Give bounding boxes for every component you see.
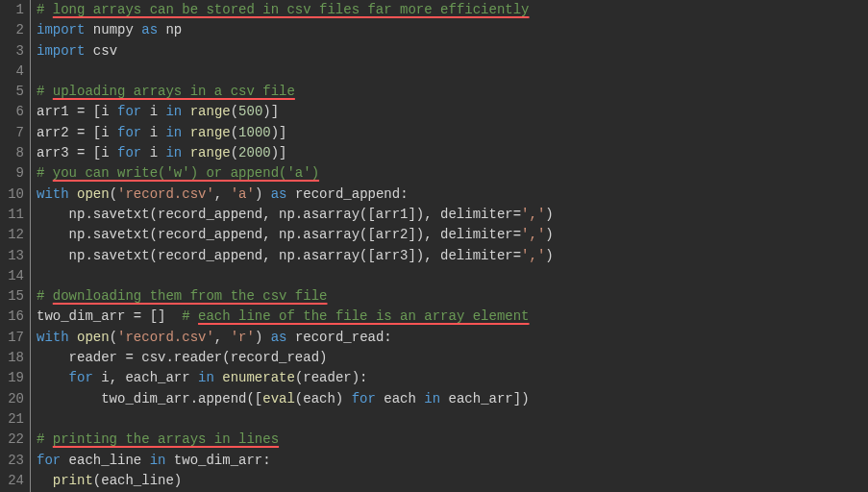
code-token: i	[141, 125, 165, 140]
code-token	[37, 370, 69, 385]
code-line[interactable]	[37, 409, 868, 430]
code-token: [i	[85, 104, 117, 119]
code-token: enumerate	[222, 370, 295, 385]
code-token: []	[141, 308, 182, 324]
code-editor-area[interactable]: # long arrays can be stored in csv files…	[31, 0, 868, 492]
code-token: (each_line)	[93, 473, 182, 488]
code-token: for	[69, 370, 93, 385]
code-token: in	[165, 145, 182, 160]
code-line[interactable]: arr3 = [i for i in range(2000)]	[37, 143, 868, 163]
code-line[interactable]: # downloading them from the csv file	[37, 286, 868, 307]
code-line[interactable]: with open('record.csv', 'r') as record_r…	[37, 328, 868, 348]
code-token: (	[231, 104, 238, 119]
code-token: uploading arrays in a csv file	[53, 84, 295, 99]
code-line[interactable]: with open('record.csv', 'a') as record_a…	[37, 184, 868, 205]
code-token: ','	[521, 207, 545, 222]
code-line[interactable]: two_dim_arr = [] # each line of the file…	[37, 307, 868, 327]
code-line[interactable]: for i, each_arr in enumerate(reader):	[37, 368, 868, 388]
line-number: 3	[0, 41, 24, 62]
code-token: in	[150, 453, 166, 468]
code-token: two_dim_arr:	[165, 453, 270, 468]
code-token: )	[255, 186, 271, 202]
code-line[interactable]: np.savetxt(record_append, np.asarray([ar…	[37, 225, 868, 245]
code-token: in	[165, 125, 182, 140]
code-line[interactable]: # printing the arrays in lines	[37, 430, 868, 450]
code-line[interactable]: import numpy as np	[37, 20, 868, 40]
code-token: record_append:	[287, 186, 409, 202]
code-line[interactable]: print(each_line)	[37, 471, 868, 491]
code-token: as	[271, 330, 287, 345]
code-line[interactable]: arr1 = [i for i in range(500)]	[37, 102, 868, 122]
line-number: 24	[0, 471, 24, 491]
code-token: downloading them from the csv file	[53, 288, 328, 304]
code-token: open	[77, 330, 110, 345]
code-token: np.savetxt(record_append, np.asarray([ar…	[37, 248, 521, 263]
code-token: for	[117, 104, 141, 119]
code-token: )	[255, 330, 271, 345]
code-token: two_dim_arr	[37, 308, 134, 324]
code-token: #	[37, 84, 53, 99]
code-token: 500	[238, 104, 262, 119]
code-token: np.savetxt(record_append, np.asarray([ar…	[37, 227, 521, 242]
code-token: ','	[521, 248, 545, 263]
code-line[interactable]: # long arrays can be stored in csv files…	[37, 0, 868, 20]
code-token: with	[37, 186, 69, 202]
code-line[interactable]: np.savetxt(record_append, np.asarray([ar…	[37, 205, 868, 225]
line-number: 11	[0, 205, 24, 225]
line-number: 9	[0, 163, 24, 184]
code-token	[37, 473, 53, 488]
code-token: i	[141, 145, 165, 160]
code-line[interactable]: two_dim_arr.append([eval(each) for each …	[37, 389, 868, 409]
code-token: in	[424, 391, 440, 406]
code-token: np	[158, 22, 182, 37]
code-token: )	[545, 207, 553, 222]
code-line[interactable]	[37, 266, 868, 286]
line-number: 13	[0, 246, 24, 266]
code-line[interactable]: reader = csv.reader(record_read)	[37, 348, 868, 368]
code-line[interactable]: # you can write('w') or append('a')	[37, 163, 868, 184]
code-token: i	[141, 104, 165, 119]
line-number: 15	[0, 286, 24, 307]
code-token: in	[165, 104, 182, 119]
code-token	[182, 145, 189, 160]
code-token: #	[182, 308, 198, 324]
line-number: 2	[0, 20, 24, 40]
code-line[interactable]: arr2 = [i for i in range(1000)]	[37, 123, 868, 143]
code-token: )]	[271, 145, 287, 160]
code-token: np.savetxt(record_append, np.asarray([ar…	[37, 207, 521, 222]
code-token	[214, 370, 222, 385]
code-line[interactable]	[37, 62, 868, 82]
code-token: long arrays can be stored in csv files f…	[53, 2, 530, 17]
code-token: arr1	[37, 104, 77, 119]
code-line[interactable]: import csv	[37, 41, 868, 62]
line-number-gutter: 123456789101112131415161718192021222324	[0, 0, 31, 492]
code-token	[182, 125, 189, 140]
code-token: for	[117, 145, 141, 160]
line-number: 21	[0, 409, 24, 430]
code-token: import	[37, 22, 85, 37]
code-token: )	[545, 248, 553, 263]
code-token: [i	[85, 145, 117, 160]
code-token: #	[37, 2, 53, 17]
code-token: two_dim_arr.append([	[37, 391, 262, 406]
code-token: range	[190, 104, 231, 119]
code-token: printing the arrays in lines	[53, 431, 279, 447]
line-number: 17	[0, 328, 24, 348]
code-line[interactable]: for each_line in two_dim_arr:	[37, 451, 868, 471]
code-line[interactable]: np.savetxt(record_append, np.asarray([ar…	[37, 246, 868, 266]
line-number: 14	[0, 266, 24, 286]
code-token: =	[125, 350, 133, 365]
line-number: 19	[0, 368, 24, 388]
code-token: [i	[85, 125, 117, 140]
code-token: (	[231, 145, 238, 160]
code-token: )	[545, 227, 553, 242]
line-number: 6	[0, 102, 24, 122]
line-number: 4	[0, 62, 24, 82]
code-line[interactable]: # uploading arrays in a csv file	[37, 82, 868, 102]
code-token: )]	[271, 125, 287, 140]
line-number: 18	[0, 348, 24, 368]
code-token: (	[110, 330, 117, 345]
code-token: arr2	[37, 125, 77, 140]
code-token: 'a'	[231, 186, 255, 202]
line-number: 23	[0, 451, 24, 471]
